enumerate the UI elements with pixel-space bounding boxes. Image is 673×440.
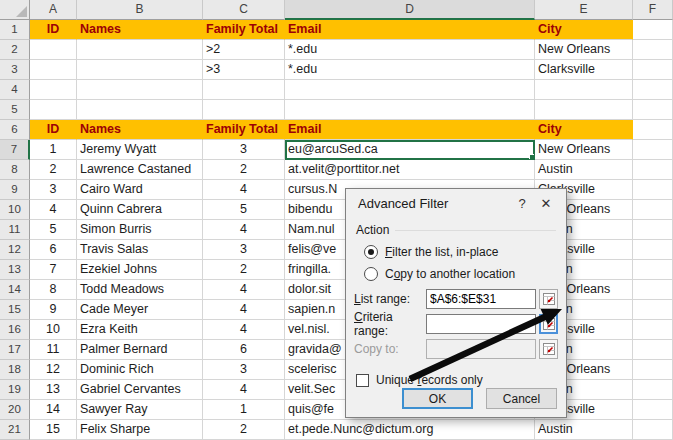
- cell-B21[interactable]: Felix Sharpe: [77, 420, 203, 440]
- cell-D21[interactable]: et.pede.Nunc@dictum.org: [285, 420, 535, 440]
- select-all-corner[interactable]: [0, 0, 30, 20]
- cell-E8[interactable]: Austin: [535, 160, 633, 180]
- cell-B6[interactable]: Names: [77, 120, 203, 140]
- row-header-15[interactable]: 15: [0, 300, 30, 320]
- row-header-21[interactable]: 21: [0, 420, 30, 440]
- cell-A18[interactable]: 12: [30, 360, 77, 380]
- cell-A13[interactable]: 7: [30, 260, 77, 280]
- cell-A8[interactable]: 2: [30, 160, 77, 180]
- cell-C14[interactable]: 4: [203, 280, 285, 300]
- column-header-C[interactable]: C: [203, 0, 285, 20]
- cell-D6[interactable]: Email: [285, 120, 535, 140]
- close-icon[interactable]: ✕: [534, 196, 558, 211]
- cell-B8[interactable]: Lawrence Castaned: [77, 160, 203, 180]
- cancel-button[interactable]: Cancel: [486, 388, 557, 409]
- cell-B15[interactable]: Cade Meyer: [77, 300, 203, 320]
- cell-E1[interactable]: City: [535, 20, 633, 40]
- cell-C4[interactable]: [203, 80, 285, 100]
- cell-D5[interactable]: [285, 100, 535, 120]
- cell-C12[interactable]: 3: [203, 240, 285, 260]
- unique-records-checkbox[interactable]: [356, 374, 369, 387]
- cell-E2[interactable]: New Orleans: [535, 40, 633, 60]
- cell-A21[interactable]: 15: [30, 420, 77, 440]
- column-header-E[interactable]: E: [535, 0, 633, 20]
- cell-E6[interactable]: City: [535, 120, 633, 140]
- cell-A19[interactable]: 13: [30, 380, 77, 400]
- row-header-1[interactable]: 1: [0, 20, 30, 40]
- cell-B5[interactable]: [77, 100, 203, 120]
- column-header-D[interactable]: D: [285, 0, 535, 20]
- cell-D7[interactable]: eu@arcuSed.ca: [285, 140, 535, 160]
- cell-F9[interactable]: [633, 180, 673, 200]
- cell-C11[interactable]: 4: [203, 220, 285, 240]
- cell-B11[interactable]: Simon Burris: [77, 220, 203, 240]
- cell-C17[interactable]: 6: [203, 340, 285, 360]
- cell-C21[interactable]: 2: [203, 420, 285, 440]
- cell-A4[interactable]: [30, 80, 77, 100]
- row-header-4[interactable]: 4: [0, 80, 30, 100]
- column-header-F[interactable]: F: [633, 0, 673, 20]
- cell-E5[interactable]: [535, 100, 633, 120]
- cell-C3[interactable]: >3: [203, 60, 285, 80]
- cell-A5[interactable]: [30, 100, 77, 120]
- cell-F12[interactable]: [633, 240, 673, 260]
- cell-B16[interactable]: Ezra Keith: [77, 320, 203, 340]
- row-header-7[interactable]: 7: [0, 140, 30, 160]
- cell-B10[interactable]: Quinn Cabrera: [77, 200, 203, 220]
- cell-E7[interactable]: New Orleans: [535, 140, 633, 160]
- cell-B17[interactable]: Palmer Bernard: [77, 340, 203, 360]
- criteria-range-input[interactable]: [426, 314, 536, 334]
- cell-E21[interactable]: Austin: [535, 420, 633, 440]
- cell-A17[interactable]: 11: [30, 340, 77, 360]
- radio-filter-in-place[interactable]: Filter the list, in-place: [364, 245, 566, 259]
- cell-F21[interactable]: [633, 420, 673, 440]
- column-header-B[interactable]: B: [77, 0, 203, 20]
- cell-D8[interactable]: at.velit@porttitor.net: [285, 160, 535, 180]
- cell-C2[interactable]: >2: [203, 40, 285, 60]
- cell-B13[interactable]: Ezekiel Johns: [77, 260, 203, 280]
- row-header-6[interactable]: 6: [0, 120, 30, 140]
- cell-F4[interactable]: [633, 80, 673, 100]
- cell-A10[interactable]: 4: [30, 200, 77, 220]
- cell-F11[interactable]: [633, 220, 673, 240]
- row-header-12[interactable]: 12: [0, 240, 30, 260]
- cell-F8[interactable]: [633, 160, 673, 180]
- cell-F5[interactable]: [633, 100, 673, 120]
- row-header-17[interactable]: 17: [0, 340, 30, 360]
- cell-C18[interactable]: 3: [203, 360, 285, 380]
- cell-A16[interactable]: 10: [30, 320, 77, 340]
- criteria-range-picker-button[interactable]: [539, 314, 558, 334]
- column-header-A[interactable]: A: [30, 0, 77, 20]
- cell-C19[interactable]: 4: [203, 380, 285, 400]
- cell-B9[interactable]: Cairo Ward: [77, 180, 203, 200]
- list-range-input[interactable]: [426, 289, 536, 309]
- cell-F2[interactable]: [633, 40, 673, 60]
- cell-B12[interactable]: Travis Salas: [77, 240, 203, 260]
- cell-F3[interactable]: [633, 60, 673, 80]
- cell-A20[interactable]: 14: [30, 400, 77, 420]
- cell-F14[interactable]: [633, 280, 673, 300]
- cell-F20[interactable]: [633, 400, 673, 420]
- cell-A7[interactable]: 1: [30, 140, 77, 160]
- cell-C6[interactable]: Family Total: [203, 120, 285, 140]
- cell-F15[interactable]: [633, 300, 673, 320]
- row-header-16[interactable]: 16: [0, 320, 30, 340]
- cell-A15[interactable]: 9: [30, 300, 77, 320]
- cell-B20[interactable]: Sawyer Ray: [77, 400, 203, 420]
- cell-D4[interactable]: [285, 80, 535, 100]
- cell-A3[interactable]: [30, 60, 77, 80]
- cell-B18[interactable]: Dominic Rich: [77, 360, 203, 380]
- cell-E3[interactable]: Clarksville: [535, 60, 633, 80]
- cell-C20[interactable]: 1: [203, 400, 285, 420]
- cell-C15[interactable]: 4: [203, 300, 285, 320]
- cell-F6[interactable]: [633, 120, 673, 140]
- cell-F10[interactable]: [633, 200, 673, 220]
- cell-C7[interactable]: 3: [203, 140, 285, 160]
- cell-D2[interactable]: *.edu: [285, 40, 535, 60]
- cell-F1[interactable]: [633, 20, 673, 40]
- row-header-5[interactable]: 5: [0, 100, 30, 120]
- row-header-14[interactable]: 14: [0, 280, 30, 300]
- ok-button[interactable]: OK: [402, 388, 473, 409]
- row-header-20[interactable]: 20: [0, 400, 30, 420]
- cell-B14[interactable]: Todd Meadows: [77, 280, 203, 300]
